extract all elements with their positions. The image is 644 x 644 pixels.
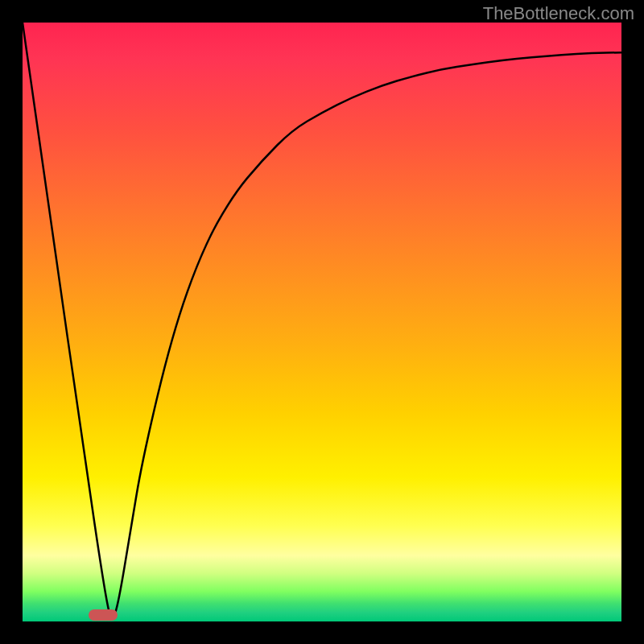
bottleneck-curve-path — [23, 23, 621, 617]
chart-container — [23, 23, 621, 621]
optimal-point-marker — [89, 609, 118, 621]
curve-svg — [23, 23, 621, 621]
watermark-text: TheBottleneck.com — [483, 3, 634, 24]
